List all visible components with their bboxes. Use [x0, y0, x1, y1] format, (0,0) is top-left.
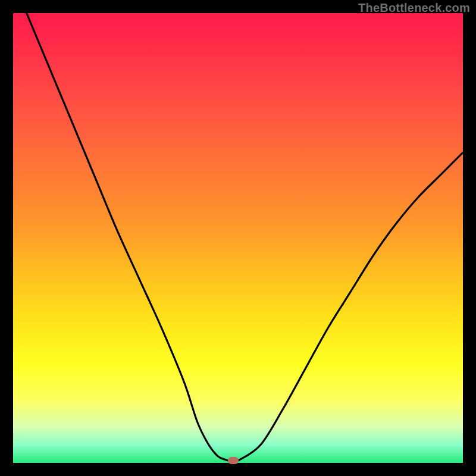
bottleneck-curve-path [27, 13, 463, 462]
chart-curve [13, 13, 463, 463]
watermark-text: TheBottleneck.com [358, 1, 470, 15]
optimal-point-marker [228, 457, 239, 464]
chart-plot-area [13, 13, 463, 463]
